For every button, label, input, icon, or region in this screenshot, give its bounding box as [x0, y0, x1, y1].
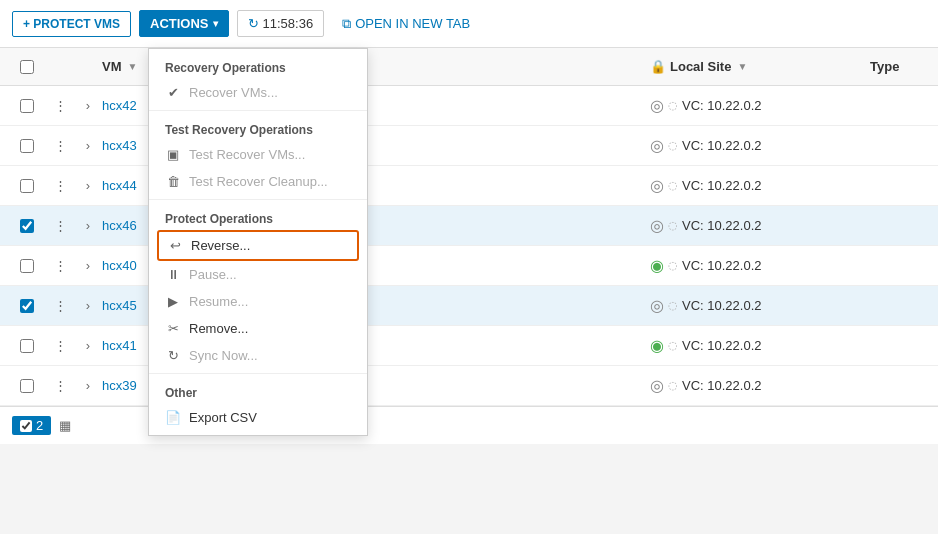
row-checkbox[interactable]	[20, 219, 34, 233]
row-expand[interactable]: ›	[74, 258, 102, 273]
select-all-checkbox[interactable]	[20, 60, 34, 74]
row-checkbox-cell	[8, 259, 46, 273]
chevron-down-icon: ▾	[213, 18, 218, 29]
row-actions-menu[interactable]: ⋮	[46, 258, 74, 273]
status-icon-orange: ◎	[650, 136, 664, 155]
row-checkbox[interactable]	[20, 379, 34, 393]
menu-item-icon: 🗑	[165, 174, 181, 189]
table-row: ⋮ › hcx40 ◉ ◌ VC: 10.22.0.2	[0, 246, 938, 286]
table-row: ⋮ › hcx43 ◎ ◌ VC: 10.22.0.2	[0, 126, 938, 166]
row-checkbox[interactable]	[20, 259, 34, 273]
time-value: 11:58:36	[263, 16, 314, 31]
menu-item-icon: ▣	[165, 147, 181, 162]
menu-section-title: Test Recovery Operations	[149, 115, 367, 141]
row-site-label: VC: 10.22.0.2	[682, 218, 762, 233]
menu-item-label: Sync Now...	[189, 348, 258, 363]
menu-item-pause: ⏸ Pause...	[149, 261, 367, 288]
menu-item-export-csv[interactable]: 📄 Export CSV	[149, 404, 367, 431]
table-row: ⋮ › hcx44 ◎ ◌ VC: 10.22.0.2	[0, 166, 938, 206]
menu-item-test-recover-vms: ▣ Test Recover VMs...	[149, 141, 367, 168]
row-expand[interactable]: ›	[74, 298, 102, 313]
table-row: ⋮ › hcx45 ◎ ◌ VC: 10.22.0.2	[0, 286, 938, 326]
menu-item-icon: ✂	[165, 321, 181, 336]
protect-vms-button[interactable]: + PROTECT VMS	[12, 11, 131, 37]
table-container: VM ▼ 🔒 Local Site ▼ Type ⋮ › hcx42 ◎ ◌ V…	[0, 48, 938, 406]
menu-item-test-recover-cleanup: 🗑 Test Recover Cleanup...	[149, 168, 367, 195]
footer-checkbox[interactable]	[20, 420, 32, 432]
open-label: OPEN IN NEW TAB	[355, 16, 470, 31]
selection-count: 2	[36, 418, 43, 433]
menu-item-icon: ✔	[165, 85, 181, 100]
status-small-icon: ◌	[668, 299, 678, 312]
table-row: ⋮ › hcx41 ◉ ◌ VC: 10.22.0.2	[0, 326, 938, 366]
row-actions-menu[interactable]: ⋮	[46, 298, 74, 313]
local-site-label: Local Site	[670, 59, 731, 74]
row-checkbox[interactable]	[20, 139, 34, 153]
status-small-icon: ◌	[668, 179, 678, 192]
table-row: ⋮ › hcx46 ◎ ◌ VC: 10.22.0.2	[0, 206, 938, 246]
header-local-site[interactable]: 🔒 Local Site ▼	[650, 59, 870, 74]
row-site: ◉ ◌ VC: 10.22.0.2	[650, 256, 870, 275]
row-expand[interactable]: ›	[74, 98, 102, 113]
menu-item-label: Export CSV	[189, 410, 257, 425]
status-small-icon: ◌	[668, 379, 678, 392]
row-site-label: VC: 10.22.0.2	[682, 298, 762, 313]
menu-item-remove[interactable]: ✂ Remove...	[149, 315, 367, 342]
type-label: Type	[870, 59, 899, 74]
row-actions-menu[interactable]: ⋮	[46, 218, 74, 233]
row-actions-menu[interactable]: ⋮	[46, 138, 74, 153]
table-rows: ⋮ › hcx42 ◎ ◌ VC: 10.22.0.2 ⋮ › hcx43 ◎ …	[0, 86, 938, 406]
row-expand[interactable]: ›	[74, 338, 102, 353]
menu-item-icon: ⏸	[165, 267, 181, 282]
status-icon-orange: ◎	[650, 216, 664, 235]
menu-section-title: Protect Operations	[149, 204, 367, 230]
row-site-label: VC: 10.22.0.2	[682, 338, 762, 353]
row-actions-menu[interactable]: ⋮	[46, 378, 74, 393]
row-checkbox[interactable]	[20, 339, 34, 353]
row-checkbox-cell	[8, 99, 46, 113]
menu-item-label: Pause...	[189, 267, 237, 282]
row-actions-menu[interactable]: ⋮	[46, 338, 74, 353]
row-site: ◎ ◌ VC: 10.22.0.2	[650, 176, 870, 195]
row-site-label: VC: 10.22.0.2	[682, 138, 762, 153]
time-button[interactable]: ↻ 11:58:36	[237, 10, 325, 37]
row-checkbox[interactable]	[20, 99, 34, 113]
status-small-icon: ◌	[668, 139, 678, 152]
menu-section-title: Other	[149, 378, 367, 404]
status-small-icon: ◌	[668, 219, 678, 232]
actions-button[interactable]: ACTIONS ▾	[139, 10, 229, 37]
row-expand[interactable]: ›	[74, 218, 102, 233]
row-site: ◎ ◌ VC: 10.22.0.2	[650, 136, 870, 155]
row-checkbox-cell	[8, 299, 46, 313]
menu-item-icon: ↻	[165, 348, 181, 363]
menu-item-label: Recover VMs...	[189, 85, 278, 100]
menu-item-icon: ▶	[165, 294, 181, 309]
header-type: Type	[870, 59, 930, 74]
external-link-icon: ⧉	[342, 16, 351, 32]
refresh-icon: ↻	[248, 16, 259, 31]
row-site-label: VC: 10.22.0.2	[682, 98, 762, 113]
vm-filter-icon[interactable]: ▼	[128, 61, 138, 72]
status-small-icon: ◌	[668, 339, 678, 352]
open-new-tab-button[interactable]: ⧉ OPEN IN NEW TAB	[332, 11, 480, 37]
row-checkbox[interactable]	[20, 299, 34, 313]
row-site: ◎ ◌ VC: 10.22.0.2	[650, 216, 870, 235]
menu-item-reverse[interactable]: ↩ Reverse...	[157, 230, 359, 261]
row-actions-menu[interactable]: ⋮	[46, 98, 74, 113]
row-actions-menu[interactable]: ⋮	[46, 178, 74, 193]
vm-header-label: VM	[102, 59, 122, 74]
menu-item-label: Reverse...	[191, 238, 250, 253]
selection-badge: 2	[12, 416, 51, 435]
row-expand[interactable]: ›	[74, 378, 102, 393]
row-site-label: VC: 10.22.0.2	[682, 378, 762, 393]
status-icon-green: ◉	[650, 256, 664, 275]
row-checkbox[interactable]	[20, 179, 34, 193]
row-site-label: VC: 10.22.0.2	[682, 178, 762, 193]
table-row: ⋮ › hcx42 ◎ ◌ VC: 10.22.0.2	[0, 86, 938, 126]
local-site-filter-icon[interactable]: ▼	[737, 61, 747, 72]
row-expand[interactable]: ›	[74, 178, 102, 193]
actions-dropdown: Recovery Operations ✔ Recover VMs... Tes…	[148, 48, 368, 436]
row-expand[interactable]: ›	[74, 138, 102, 153]
local-site-icon: 🔒	[650, 59, 666, 74]
row-site: ◎ ◌ VC: 10.22.0.2	[650, 376, 870, 395]
